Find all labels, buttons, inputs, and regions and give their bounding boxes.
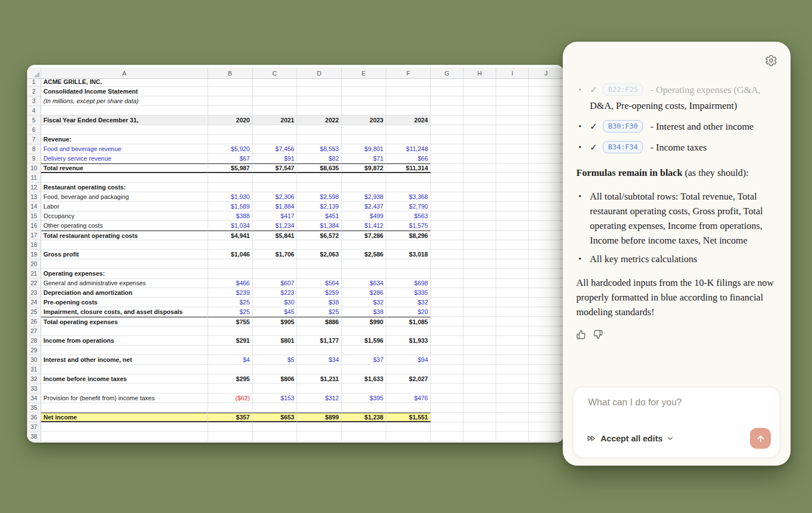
cell-J3[interactable] — [529, 96, 564, 106]
cell-F27[interactable] — [386, 326, 431, 336]
cell-B34[interactable]: ($62) — [208, 393, 253, 403]
cell-A24[interactable]: Pre-opening costs — [41, 298, 208, 307]
cell-F13[interactable]: $3,368 — [386, 192, 431, 202]
cell-D16[interactable]: $1,384 — [297, 221, 342, 231]
cell-E22[interactable]: $634 — [342, 278, 386, 288]
cell-C22[interactable]: $607 — [253, 278, 297, 288]
cell-E23[interactable]: $286 — [342, 288, 386, 298]
cell-B10[interactable]: $5,987 — [208, 163, 253, 173]
cell-E11[interactable] — [342, 173, 386, 183]
row-header-32[interactable]: 32 — [27, 374, 41, 384]
cell-B13[interactable]: $1,930 — [208, 192, 253, 202]
cell-D18[interactable] — [297, 240, 342, 250]
cell-E4[interactable] — [342, 106, 386, 116]
row-header-38[interactable]: 38 — [27, 432, 41, 441]
cell-D36[interactable]: $899 — [297, 413, 342, 422]
cell-H15[interactable] — [464, 211, 496, 221]
cell-I35[interactable] — [496, 403, 529, 413]
cell-H30[interactable] — [464, 355, 496, 365]
cell-B22[interactable]: $466 — [208, 278, 253, 288]
row-header-7[interactable]: 7 — [27, 135, 41, 144]
cell-G12[interactable] — [431, 183, 464, 192]
row-header-24[interactable]: 24 — [27, 298, 41, 307]
cell-H13[interactable] — [464, 192, 496, 202]
cell-D19[interactable]: $2,063 — [297, 250, 342, 259]
cell-H14[interactable] — [464, 202, 496, 211]
cell-D34[interactable]: $312 — [297, 393, 342, 403]
cell-G25[interactable] — [431, 307, 464, 317]
cell-H24[interactable] — [464, 298, 496, 307]
cell-J22[interactable] — [529, 278, 564, 288]
cell-G30[interactable] — [431, 355, 464, 365]
cell-H23[interactable] — [464, 288, 496, 298]
cell-J34[interactable] — [529, 393, 564, 403]
cell-G32[interactable] — [431, 374, 464, 384]
cell-H17[interactable] — [464, 231, 496, 240]
cell-J11[interactable] — [529, 173, 564, 183]
cell-I9[interactable] — [496, 154, 529, 163]
cell-A12[interactable]: Restaurant operating costs: — [41, 183, 208, 192]
cell-C4[interactable] — [253, 106, 297, 116]
cell-I13[interactable] — [496, 192, 529, 202]
cell-F11[interactable] — [386, 173, 431, 183]
cell-A26[interactable]: Total operating expenses — [41, 317, 208, 326]
cell-B11[interactable] — [208, 173, 253, 183]
cell-A19[interactable]: Gross profit — [41, 250, 208, 259]
thumbs-down-button[interactable] — [593, 330, 603, 341]
cell-G4[interactable] — [431, 106, 464, 116]
cell-I22[interactable] — [496, 278, 529, 288]
cell-J26[interactable] — [529, 317, 564, 326]
cell-G9[interactable] — [431, 154, 464, 163]
cell-I37[interactable] — [496, 422, 529, 432]
cell-E35[interactable] — [342, 403, 386, 413]
column-header-G[interactable]: G — [431, 68, 464, 79]
cell-A35[interactable] — [41, 403, 208, 413]
cell-D11[interactable] — [297, 173, 342, 183]
cell-D14[interactable]: $2,139 — [297, 202, 342, 211]
cell-A16[interactable]: Other operating costs — [41, 221, 208, 231]
cell-J4[interactable] — [529, 106, 564, 116]
cell-J28[interactable] — [529, 336, 564, 346]
cell-I23[interactable] — [496, 288, 529, 298]
cell-G2[interactable] — [431, 87, 464, 96]
cell-B4[interactable] — [208, 106, 253, 116]
cell-H22[interactable] — [464, 278, 496, 288]
cell-I32[interactable] — [496, 374, 529, 384]
cell-B3[interactable] — [208, 96, 253, 106]
cell-E15[interactable]: $499 — [342, 211, 386, 221]
cell-E12[interactable] — [342, 183, 386, 192]
cell-I34[interactable] — [496, 393, 529, 403]
cell-D23[interactable]: $259 — [297, 288, 342, 298]
cell-H16[interactable] — [464, 221, 496, 231]
cell-J37[interactable] — [529, 422, 564, 432]
cell-J20[interactable] — [529, 259, 564, 269]
range-chip[interactable]: B22:F25 — [603, 83, 643, 96]
cell-H2[interactable] — [464, 87, 496, 96]
cell-F29[interactable] — [386, 346, 431, 355]
column-header-B[interactable]: B — [208, 68, 253, 79]
cell-C30[interactable]: $5 — [253, 355, 297, 365]
cell-A17[interactable]: Total restaurant operating costs — [41, 231, 208, 240]
cell-F2[interactable] — [386, 87, 431, 96]
cell-E20[interactable] — [342, 259, 386, 269]
cell-D26[interactable]: $886 — [297, 317, 342, 326]
cell-G13[interactable] — [431, 192, 464, 202]
cell-J35[interactable] — [529, 403, 564, 413]
cell-F19[interactable]: $3,018 — [386, 250, 431, 259]
cell-H38[interactable] — [464, 432, 496, 441]
cell-H32[interactable] — [464, 374, 496, 384]
cell-B20[interactable] — [208, 259, 253, 269]
column-header-J[interactable]: J — [529, 68, 564, 79]
cell-F26[interactable]: $1,085 — [386, 317, 431, 326]
cell-G7[interactable] — [431, 135, 464, 144]
cell-I24[interactable] — [496, 298, 529, 307]
cell-G29[interactable] — [431, 346, 464, 355]
cell-E14[interactable]: $2,437 — [342, 202, 386, 211]
cell-A10[interactable]: Total revenue — [41, 163, 208, 173]
cell-G14[interactable] — [431, 202, 464, 211]
cell-D15[interactable]: $451 — [297, 211, 342, 221]
cell-E29[interactable] — [342, 346, 386, 355]
cell-B25[interactable]: $25 — [208, 307, 253, 317]
cell-J24[interactable] — [529, 298, 564, 307]
cell-H37[interactable] — [464, 422, 496, 432]
